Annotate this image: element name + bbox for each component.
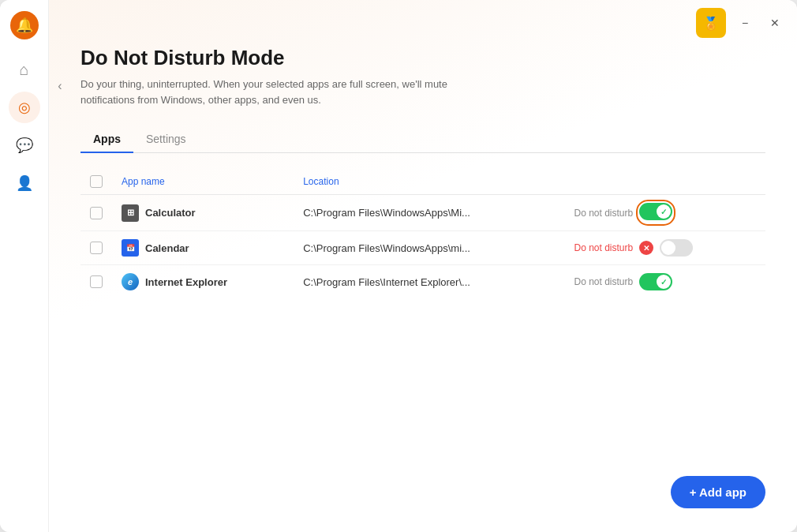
sidebar: 🔔 ⌂ ◎ 💬 👤 (0, 0, 49, 532)
add-app-button[interactable]: + Add app (671, 476, 765, 508)
status-x-icon: ✕ (639, 241, 653, 255)
app-logo[interactable]: 🔔 (10, 11, 39, 39)
app-name-label: Internet Explorer (145, 276, 227, 288)
table-row: e Internet Explorer C:\Program Files\Int… (80, 265, 765, 299)
row-checkbox[interactable] (90, 275, 103, 288)
calendar-icon: 📅 (122, 239, 139, 257)
toggle-knob (661, 241, 675, 255)
location-cell: C:\Program Files\WindowsApps\Mi... (294, 195, 564, 231)
sidebar-item-home[interactable]: ⌂ (9, 54, 40, 85)
main-content: 🏅 − ✕ Do Not Disturb Mode Do your thing,… (49, 0, 797, 532)
calendar-toggle[interactable] (660, 239, 693, 257)
page-subtitle: Do your thing, uninterrupted. When your … (80, 77, 491, 107)
select-all-header (80, 169, 112, 195)
app-name-cell: ⊞ Calculator (112, 195, 294, 231)
status-header (564, 169, 765, 195)
calculator-toggle[interactable]: ✓ (639, 203, 672, 220)
sidebar-item-chat[interactable]: 💬 (9, 129, 40, 161)
toggle-check-icon: ✓ (660, 208, 667, 216)
table-row: 📅 Calendar C:\Program Files\WindowsApps\… (80, 231, 765, 265)
titlebar: 🏅 − ✕ (49, 0, 797, 46)
content-area: Do Not Disturb Mode Do your thing, unint… (49, 46, 797, 532)
location-cell: C:\Program Files\WindowsApps\mi... (294, 231, 564, 265)
app-name-label: Calendar (145, 242, 189, 254)
page-title: Do Not Disturb Mode (80, 46, 765, 70)
close-button[interactable]: ✕ (764, 12, 786, 34)
status-label: Do not disturb (574, 242, 633, 253)
status-label: Do not disturb (574, 208, 633, 219)
calculator-icon: ⊞ (122, 204, 139, 222)
app-name-cell: 📅 Calendar (112, 231, 294, 265)
ie-icon: e (122, 273, 139, 290)
select-all-checkbox[interactable] (90, 175, 103, 188)
sidebar-item-dnd[interactable]: ◎ (9, 92, 40, 123)
app-name-header: App name (112, 169, 294, 195)
row-checkbox[interactable] (90, 242, 103, 254)
location-header: Location (294, 169, 564, 195)
toggle-highlighted-wrapper: ✓ (639, 203, 672, 223)
app-window: 🔔 ⌂ ◎ 💬 👤 ‹ 🏅 − ✕ Do Not Disturb Mode Do… (0, 0, 797, 532)
row-checkbox-cell (80, 231, 112, 265)
app-name-cell: e Internet Explorer (112, 265, 294, 299)
titlebar-icon: 🏅 (696, 8, 726, 38)
tab-apps[interactable]: Apps (80, 126, 133, 153)
row-checkbox[interactable] (90, 207, 103, 219)
table-row: ⊞ Calculator C:\Program Files\WindowsApp… (80, 195, 765, 231)
location-cell: C:\Program Files\Internet Explorer\... (294, 265, 564, 299)
tab-settings[interactable]: Settings (133, 126, 199, 153)
back-button[interactable]: ‹ (49, 75, 71, 97)
row-checkbox-cell (80, 265, 112, 299)
sidebar-item-user[interactable]: 👤 (9, 167, 40, 199)
minimize-button[interactable]: − (734, 12, 756, 34)
status-label: Do not disturb (574, 276, 633, 287)
svg-text:🔔: 🔔 (16, 17, 34, 34)
row-checkbox-cell (80, 195, 112, 231)
toggle-knob: ✓ (657, 204, 671, 219)
app-name-label: Calculator (145, 207, 196, 219)
status-cell: Do not disturb ✕ (564, 231, 765, 265)
toggle-check-icon: ✓ (660, 278, 667, 287)
status-cell: Do not disturb ✓ (564, 265, 765, 299)
status-cell: Do not disturb ✓ (564, 195, 765, 231)
ie-toggle[interactable]: ✓ (639, 273, 672, 290)
app-table: App name Location (80, 169, 765, 298)
tabs-container: Apps Settings (80, 126, 765, 153)
toggle-knob: ✓ (657, 275, 671, 289)
